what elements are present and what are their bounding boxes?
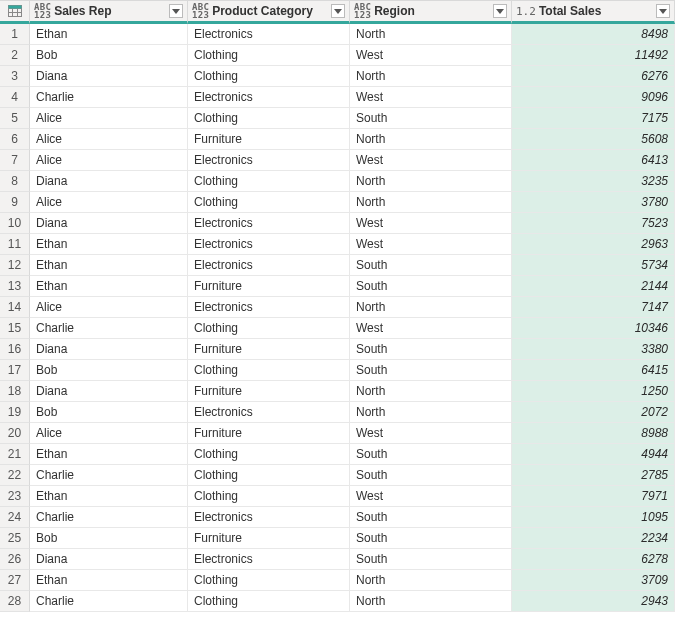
cell-product-category[interactable]: Clothing [188, 192, 350, 213]
cell-product-category[interactable]: Clothing [188, 108, 350, 129]
cell-product-category[interactable]: Electronics [188, 213, 350, 234]
row-number[interactable]: 10 [0, 213, 30, 234]
cell-sales-rep[interactable]: Ethan [30, 234, 188, 255]
cell-sales-rep[interactable]: Alice [30, 129, 188, 150]
cell-region[interactable]: North [350, 381, 512, 402]
cell-sales-rep[interactable]: Charlie [30, 318, 188, 339]
cell-total-sales[interactable]: 9096 [512, 87, 675, 108]
cell-sales-rep[interactable]: Diana [30, 381, 188, 402]
cell-total-sales[interactable]: 2963 [512, 234, 675, 255]
cell-sales-rep[interactable]: Ethan [30, 276, 188, 297]
cell-region[interactable]: South [350, 255, 512, 276]
cell-region[interactable]: North [350, 24, 512, 45]
cell-product-category[interactable]: Electronics [188, 87, 350, 108]
table-corner-icon[interactable] [0, 0, 30, 24]
filter-dropdown-icon[interactable] [656, 4, 670, 18]
cell-total-sales[interactable]: 2234 [512, 528, 675, 549]
cell-sales-rep[interactable]: Ethan [30, 570, 188, 591]
row-number[interactable]: 23 [0, 486, 30, 507]
row-number[interactable]: 12 [0, 255, 30, 276]
cell-total-sales[interactable]: 2943 [512, 591, 675, 612]
cell-region[interactable]: North [350, 129, 512, 150]
row-number[interactable]: 27 [0, 570, 30, 591]
row-number[interactable]: 22 [0, 465, 30, 486]
cell-sales-rep[interactable]: Charlie [30, 87, 188, 108]
row-number[interactable]: 6 [0, 129, 30, 150]
cell-product-category[interactable]: Clothing [188, 591, 350, 612]
cell-total-sales[interactable]: 6276 [512, 66, 675, 87]
cell-sales-rep[interactable]: Diana [30, 213, 188, 234]
cell-region[interactable]: South [350, 339, 512, 360]
cell-region[interactable]: South [350, 276, 512, 297]
row-number[interactable]: 2 [0, 45, 30, 66]
cell-sales-rep[interactable]: Diana [30, 66, 188, 87]
cell-product-category[interactable]: Clothing [188, 66, 350, 87]
column-header-product-category[interactable]: ABC 123 Product Category [188, 0, 350, 24]
cell-region[interactable]: North [350, 402, 512, 423]
cell-sales-rep[interactable]: Diana [30, 171, 188, 192]
cell-region[interactable]: South [350, 528, 512, 549]
cell-total-sales[interactable]: 2072 [512, 402, 675, 423]
row-number[interactable]: 20 [0, 423, 30, 444]
row-number[interactable]: 28 [0, 591, 30, 612]
row-number[interactable]: 17 [0, 360, 30, 381]
filter-dropdown-icon[interactable] [331, 4, 345, 18]
cell-region[interactable]: South [350, 549, 512, 570]
cell-product-category[interactable]: Clothing [188, 45, 350, 66]
cell-total-sales[interactable]: 7175 [512, 108, 675, 129]
cell-product-category[interactable]: Furniture [188, 276, 350, 297]
cell-product-category[interactable]: Electronics [188, 24, 350, 45]
cell-total-sales[interactable]: 7971 [512, 486, 675, 507]
cell-region[interactable]: North [350, 66, 512, 87]
cell-product-category[interactable]: Electronics [188, 150, 350, 171]
column-header-total-sales[interactable]: 1.2 Total Sales [512, 0, 675, 24]
row-number[interactable]: 18 [0, 381, 30, 402]
cell-product-category[interactable]: Electronics [188, 549, 350, 570]
cell-total-sales[interactable]: 8498 [512, 24, 675, 45]
row-number[interactable]: 4 [0, 87, 30, 108]
cell-product-category[interactable]: Furniture [188, 339, 350, 360]
row-number[interactable]: 11 [0, 234, 30, 255]
column-header-region[interactable]: ABC 123 Region [350, 0, 512, 24]
cell-sales-rep[interactable]: Ethan [30, 24, 188, 45]
cell-sales-rep[interactable]: Bob [30, 402, 188, 423]
cell-product-category[interactable]: Clothing [188, 318, 350, 339]
row-number[interactable]: 9 [0, 192, 30, 213]
cell-total-sales[interactable]: 1250 [512, 381, 675, 402]
cell-product-category[interactable]: Electronics [188, 402, 350, 423]
cell-total-sales[interactable]: 5734 [512, 255, 675, 276]
cell-total-sales[interactable]: 7147 [512, 297, 675, 318]
cell-sales-rep[interactable]: Charlie [30, 507, 188, 528]
cell-product-category[interactable]: Clothing [188, 570, 350, 591]
cell-product-category[interactable]: Furniture [188, 423, 350, 444]
cell-sales-rep[interactable]: Bob [30, 45, 188, 66]
cell-region[interactable]: North [350, 192, 512, 213]
cell-total-sales[interactable]: 6278 [512, 549, 675, 570]
cell-region[interactable]: West [350, 486, 512, 507]
cell-total-sales[interactable]: 6413 [512, 150, 675, 171]
cell-region[interactable]: South [350, 465, 512, 486]
cell-total-sales[interactable]: 2144 [512, 276, 675, 297]
cell-sales-rep[interactable]: Ethan [30, 486, 188, 507]
row-number[interactable]: 3 [0, 66, 30, 87]
row-number[interactable]: 14 [0, 297, 30, 318]
cell-region[interactable]: West [350, 423, 512, 444]
cell-product-category[interactable]: Furniture [188, 528, 350, 549]
cell-sales-rep[interactable]: Alice [30, 297, 188, 318]
cell-total-sales[interactable]: 3235 [512, 171, 675, 192]
cell-product-category[interactable]: Electronics [188, 255, 350, 276]
filter-dropdown-icon[interactable] [493, 4, 507, 18]
cell-sales-rep[interactable]: Diana [30, 549, 188, 570]
row-number[interactable]: 8 [0, 171, 30, 192]
cell-total-sales[interactable]: 1095 [512, 507, 675, 528]
row-number[interactable]: 16 [0, 339, 30, 360]
cell-product-category[interactable]: Clothing [188, 465, 350, 486]
row-number[interactable]: 13 [0, 276, 30, 297]
cell-total-sales[interactable]: 3380 [512, 339, 675, 360]
cell-product-category[interactable]: Electronics [188, 234, 350, 255]
cell-total-sales[interactable]: 8988 [512, 423, 675, 444]
cell-sales-rep[interactable]: Alice [30, 108, 188, 129]
cell-product-category[interactable]: Clothing [188, 360, 350, 381]
row-number[interactable]: 21 [0, 444, 30, 465]
cell-region[interactable]: West [350, 87, 512, 108]
